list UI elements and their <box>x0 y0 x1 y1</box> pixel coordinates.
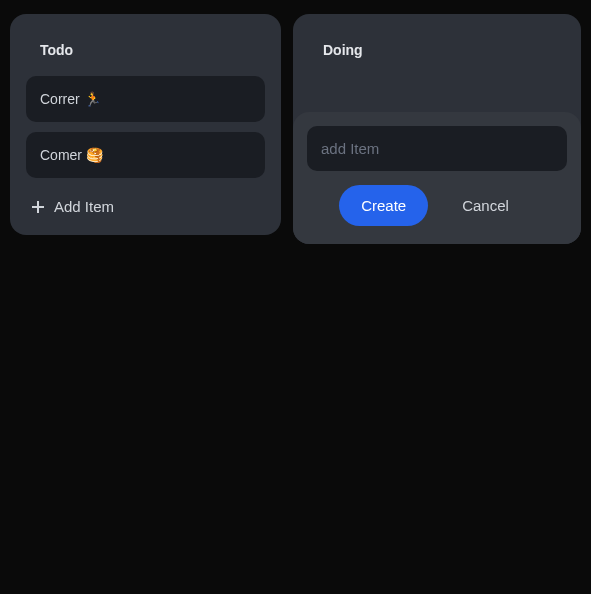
column-title-doing: Doing <box>309 30 565 76</box>
plus-icon <box>30 199 46 215</box>
form-buttons: Create Cancel <box>307 185 567 230</box>
column-doing: Doing Create Cancel <box>293 14 581 244</box>
add-item-label: Add Item <box>54 198 114 215</box>
create-button[interactable]: Create <box>339 185 428 226</box>
cancel-button[interactable]: Cancel <box>436 185 535 226</box>
card-item[interactable]: Comer 🥞 <box>26 132 265 178</box>
column-title-todo: Todo <box>26 30 265 76</box>
card-item[interactable]: Correr 🏃 <box>26 76 265 122</box>
add-item-button[interactable]: Add Item <box>26 188 265 219</box>
card-text: Correr 🏃 <box>40 91 101 107</box>
card-text: Comer 🥞 <box>40 147 103 163</box>
add-item-form: Create Cancel <box>293 112 581 244</box>
add-item-input[interactable] <box>307 126 567 171</box>
column-todo: Todo Correr 🏃 Comer 🥞 Add Item <box>10 14 281 235</box>
